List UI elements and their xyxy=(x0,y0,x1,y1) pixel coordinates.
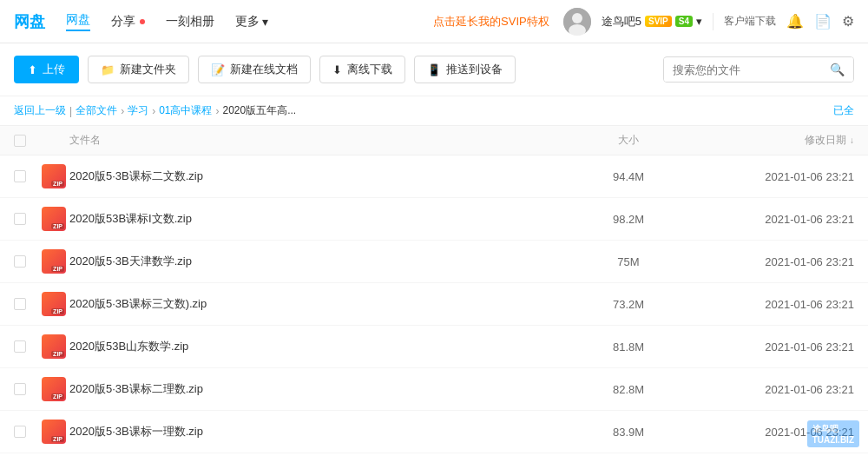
row-check xyxy=(14,383,42,395)
new-online-doc-button[interactable]: 📝 新建在线文档 xyxy=(198,56,311,83)
zip-file-icon xyxy=(42,292,66,316)
all-check-button[interactable]: 已全 xyxy=(833,103,854,118)
search-box: 🔍 xyxy=(663,56,854,83)
file-date: 2021-01-06 23:21 xyxy=(681,213,854,226)
breadcrumb-arrow-3: › xyxy=(215,105,219,117)
file-size: 98.2M xyxy=(576,213,681,226)
select-all-checkbox[interactable] xyxy=(14,135,26,147)
nav-item-wangpan[interactable]: 网盘 xyxy=(66,12,90,31)
row-check xyxy=(14,426,42,438)
chevron-down-icon: ▾ xyxy=(262,15,268,29)
table-row[interactable]: 2020版5·3B天津数学.zip 75M 2021-01-06 23:21 xyxy=(0,241,868,283)
row-icon xyxy=(42,164,69,188)
document-icon[interactable]: 📄 xyxy=(814,13,832,30)
row-check xyxy=(14,255,42,268)
row-checkbox-1[interactable] xyxy=(14,213,26,225)
avatar[interactable] xyxy=(563,8,591,36)
row-icon xyxy=(42,249,69,274)
row-icon xyxy=(42,377,69,401)
file-name: 2020版5·3B天津数学.zip xyxy=(69,254,576,269)
upload-button[interactable]: ⬆ 上传 xyxy=(14,56,79,83)
doc-icon: 📝 xyxy=(211,63,225,76)
file-date: 2021-01-06 23:21 xyxy=(681,255,854,268)
table-row[interactable]: 2020版5·3B课标二理数.zip 82.8M 2021-01-06 23:2… xyxy=(0,368,868,411)
svg-point-1 xyxy=(572,13,582,23)
file-size: 81.8M xyxy=(576,340,681,354)
download-icon: ⬇ xyxy=(332,63,342,76)
file-size: 73.2M xyxy=(576,298,681,311)
header-check xyxy=(14,135,42,147)
folder-plus-icon: 📁 xyxy=(101,63,115,76)
search-button[interactable]: 🔍 xyxy=(821,57,853,82)
file-size: 82.8M xyxy=(576,383,681,396)
breadcrumb-arrow-1: › xyxy=(121,105,124,117)
table-row[interactable]: 2020版5·3B课标三文数).zip 73.2M 2021-01-06 23:… xyxy=(0,283,868,326)
push-device-button[interactable]: 📱 推送到设备 xyxy=(414,56,516,83)
zip-file-icon xyxy=(42,334,66,359)
file-date: 2021-01-06 23:21 xyxy=(681,170,854,183)
breadcrumb-high-school[interactable]: 01高中课程 xyxy=(159,103,212,118)
file-size: 94.4M xyxy=(576,170,681,183)
row-icon xyxy=(42,292,69,316)
upload-icon: ⬆ xyxy=(28,63,37,76)
row-checkbox-5[interactable] xyxy=(14,383,26,395)
row-icon xyxy=(42,207,69,231)
breadcrumb-current: 2020版五年高... xyxy=(222,103,296,118)
table-row[interactable]: 2020版5·3B课标一理数.zip 83.9M 2021-01-06 23:2… xyxy=(0,411,868,453)
divider xyxy=(713,13,713,30)
table-row[interactable]: 2020版5·3B课标二文数.zip 94.4M 2021-01-06 23:2… xyxy=(0,155,868,198)
username-display[interactable]: 途鸟吧5 SVIP S4 ▾ xyxy=(602,14,702,30)
breadcrumb-back[interactable]: 返回上一级 xyxy=(14,103,66,118)
file-rows-container: 2020版5·3B课标二文数.zip 94.4M 2021-01-06 23:2… xyxy=(0,155,868,456)
logo[interactable]: 网盘 xyxy=(14,11,45,32)
zip-file-icon xyxy=(42,207,66,231)
row-check xyxy=(14,213,42,225)
table-row[interactable]: 2020版53B山东数学.zip 81.8M 2021-01-06 23:21 xyxy=(0,326,868,368)
file-name: 2020版5·3B课标二文数.zip xyxy=(69,169,576,184)
nav-items: 网盘 分享 一刻相册 更多 ▾ xyxy=(66,12,433,31)
toolbar: ⬆ 上传 📁 新建文件夹 📝 新建在线文档 ⬇ 离线下载 📱 推送到设备 🔍 xyxy=(0,43,868,96)
header-filename: 文件名 xyxy=(69,133,576,148)
file-table: 文件名 大小 修改日期 ↓ 2020版5·3B课标二文数.zip 94.4M 2… xyxy=(0,126,868,456)
speed-badge: S4 xyxy=(675,16,693,27)
new-folder-button[interactable]: 📁 新建文件夹 xyxy=(88,56,189,83)
file-name: 2020版5·3B课标二理数.zip xyxy=(69,381,576,397)
nav-item-share[interactable]: 分享 xyxy=(111,14,145,30)
breadcrumb: 返回上一级 | 全部文件 › 学习 › 01高中课程 › 2020版五年高... xyxy=(14,103,296,118)
offline-download-button[interactable]: ⬇ 离线下载 xyxy=(319,56,405,83)
vip-badge: SVIP xyxy=(645,16,672,27)
search-input[interactable] xyxy=(664,58,821,82)
nav-item-album[interactable]: 一刻相册 xyxy=(166,14,214,30)
zip-file-icon xyxy=(42,249,66,274)
nav-item-more[interactable]: 更多 ▾ xyxy=(235,14,268,30)
file-date: 2021-01-06 23:21 xyxy=(681,340,854,354)
watermark: 途鸟吧TUAZI.BIZ xyxy=(807,420,859,447)
row-checkbox-2[interactable] xyxy=(14,255,26,268)
row-icon xyxy=(42,420,69,444)
breadcrumb-bar: 返回上一级 | 全部文件 › 学习 › 01高中课程 › 2020版五年高...… xyxy=(0,96,868,126)
bell-icon[interactable]: 🔔 xyxy=(786,13,804,30)
file-name: 2020版5·3B课标一理数.zip xyxy=(69,424,576,439)
row-checkbox-0[interactable] xyxy=(14,170,26,182)
breadcrumb-study[interactable]: 学习 xyxy=(128,103,148,118)
header-size: 大小 xyxy=(576,133,681,148)
row-check xyxy=(14,340,42,353)
breadcrumb-sep: | xyxy=(69,105,72,117)
breadcrumb-all-files[interactable]: 全部文件 xyxy=(76,103,117,118)
row-checkbox-6[interactable] xyxy=(14,426,26,438)
row-checkbox-4[interactable] xyxy=(14,340,26,353)
file-size: 75M xyxy=(576,255,681,268)
gear-icon[interactable]: ⚙ xyxy=(842,13,854,30)
chevron-down-icon: ▾ xyxy=(696,15,702,28)
header-date[interactable]: 修改日期 ↓ xyxy=(681,133,854,148)
watermark-text: 途鸟吧TUAZI.BIZ xyxy=(807,420,859,447)
row-checkbox-3[interactable] xyxy=(14,298,26,310)
vip-extension-link[interactable]: 点击延长我的SVIP特权 xyxy=(433,14,549,30)
zip-file-icon xyxy=(42,420,66,444)
zip-file-icon xyxy=(42,377,66,401)
table-row[interactable]: 2020版53B课标I文数.zip 98.2M 2021-01-06 23:21 xyxy=(0,198,868,241)
file-size: 83.9M xyxy=(576,426,681,439)
file-name: 2020版53B山东数学.zip xyxy=(69,339,576,354)
client-download-link[interactable]: 客户端下载 xyxy=(724,14,776,29)
file-name: 2020版53B课标I文数.zip xyxy=(69,211,576,227)
